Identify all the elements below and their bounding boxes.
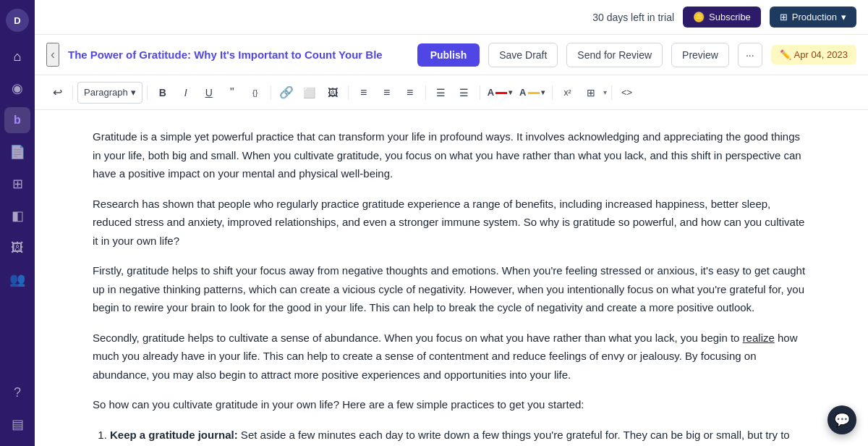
paragraph-3: Firstly, gratitude helps to shift your f… [93, 261, 810, 317]
sidebar-item-rss[interactable]: ◉ [4, 75, 30, 101]
sidebar: D ⌂ ◉ b 📄 ⊞ ◧ 🖼 👥 ? ▤ [0, 0, 35, 446]
chevron-down-icon: ▾ [131, 87, 136, 98]
bullet-list-button[interactable]: ☰ [430, 82, 452, 104]
sidebar-item-image[interactable]: 🖼 [4, 235, 30, 261]
post-title: The Power of Gratitude: Why It's Importa… [68, 49, 409, 61]
main-area: 30 days left in trial 🪙 Subscribe ⊞ Prod… [35, 0, 868, 446]
topbar: 30 days left in trial 🪙 Subscribe ⊞ Prod… [35, 0, 868, 35]
undo-button[interactable]: ↩ [46, 82, 68, 104]
avatar[interactable]: D [6, 9, 29, 32]
editor-header: ‹ The Power of Gratitude: Why It's Impor… [35, 35, 868, 75]
editor-toolbar: ↩ Paragraph ▾ B I U " {} 🔗 ⬜ 🖼 ≡ ≡ ≡ ☰ ☰… [35, 75, 868, 110]
sidebar-item-grid[interactable]: ⊞ [4, 171, 30, 197]
toolbar-divider-6 [480, 85, 480, 100]
highlight-indicator [528, 92, 540, 94]
image-button[interactable]: 🖼 [322, 82, 344, 104]
toolbar-divider-1 [72, 85, 73, 100]
embed-button[interactable]: <> [616, 82, 638, 104]
bold-button[interactable]: B [152, 82, 174, 104]
paragraph-2: Research has shown that people who regul… [93, 195, 810, 251]
numbered-list-button[interactable]: ☰ [454, 82, 475, 104]
table-button[interactable]: ⊞ [580, 82, 602, 104]
sidebar-item-document[interactable]: 📄 [4, 139, 30, 165]
highlight-button[interactable]: A ▾ [516, 82, 547, 104]
save-draft-button[interactable]: Save Draft [488, 43, 558, 67]
chat-bubble[interactable]: 💬 [827, 405, 856, 434]
chevron-down-icon: ▾ [541, 88, 545, 96]
quote-button[interactable]: " [221, 82, 243, 104]
sidebar-item-home[interactable]: ⌂ [4, 43, 30, 70]
trial-text: 30 days left in trial [592, 12, 674, 23]
sidebar-item-settings[interactable]: ▤ [4, 411, 30, 437]
code-button[interactable]: {} [244, 82, 266, 104]
coin-icon: 🪙 [693, 12, 705, 22]
underline-button[interactable]: U [198, 82, 220, 104]
toolbar-divider-8 [611, 85, 612, 100]
production-button[interactable]: ⊞ Production ▾ [770, 7, 856, 28]
publish-button[interactable]: Publish [417, 43, 480, 67]
toolbar-divider-4 [348, 85, 349, 100]
image-block-button[interactable]: ⬜ [299, 82, 320, 104]
pencil-icon: ✏️ [780, 49, 791, 60]
toolbar-divider-7 [552, 85, 553, 100]
back-button[interactable]: ‹ [46, 43, 59, 67]
superscript-button[interactable]: x² [557, 82, 579, 104]
paragraph-1: Gratitude is a simple yet powerful pract… [93, 127, 810, 183]
font-color-button[interactable]: A ▾ [485, 82, 515, 104]
sidebar-item-users[interactable]: 👥 [4, 266, 30, 293]
chevron-down-icon: ▾ [509, 88, 512, 96]
link-button[interactable]: 🔗 [276, 82, 297, 104]
align-left-button[interactable]: ≡ [353, 82, 375, 104]
sidebar-item-b[interactable]: b [4, 107, 30, 133]
underlined-word: realize [743, 332, 775, 344]
production-icon: ⊞ [780, 12, 788, 22]
sidebar-item-help[interactable]: ? [4, 379, 30, 405]
align-right-button[interactable]: ≡ [399, 82, 421, 104]
date-badge: ✏️ Apr 04, 2023 [771, 45, 856, 64]
subscribe-button[interactable]: 🪙 Subscribe [683, 7, 761, 28]
chevron-down-icon: ▾ [603, 88, 607, 96]
paragraph-select[interactable]: Paragraph ▾ [77, 82, 142, 104]
list: Keep a gratitude journal: Set aside a fe… [110, 426, 810, 447]
chat-icon: 💬 [834, 412, 850, 428]
preview-button[interactable]: Preview [671, 43, 729, 67]
font-color-indicator [495, 92, 507, 94]
toolbar-divider-5 [425, 85, 426, 100]
paragraph-4: Secondly, gratitude helps to cultivate a… [93, 329, 810, 384]
send-review-button[interactable]: Send for Review [566, 43, 663, 67]
more-options-button[interactable]: ··· [738, 43, 762, 67]
align-center-button[interactable]: ≡ [376, 82, 398, 104]
chevron-down-icon: ▾ [841, 12, 846, 22]
sidebar-item-stack[interactable]: ◧ [4, 203, 30, 229]
toolbar-divider-2 [147, 85, 148, 100]
paragraph-5: So how can you cultivate gratitude in yo… [93, 395, 810, 414]
list-item-1: Keep a gratitude journal: Set aside a fe… [110, 426, 810, 447]
toolbar-divider-3 [271, 85, 271, 100]
editor-content[interactable]: Gratitude is a simple yet powerful pract… [35, 110, 868, 446]
italic-button[interactable]: I [175, 82, 197, 104]
